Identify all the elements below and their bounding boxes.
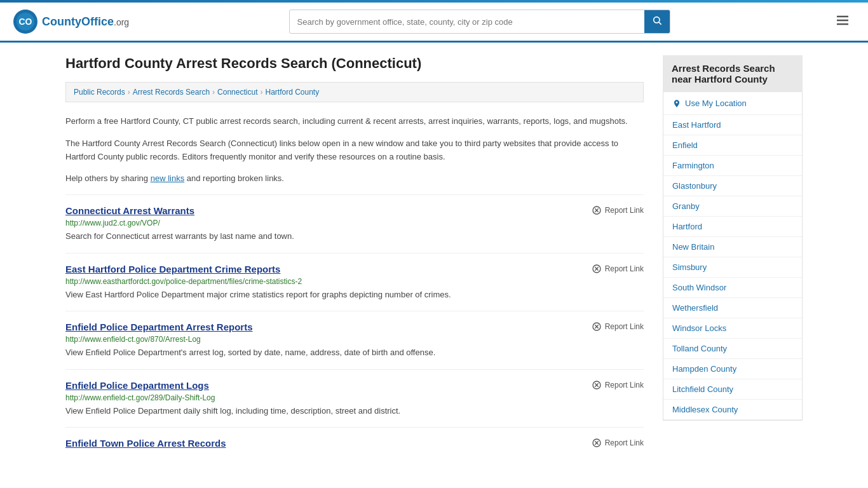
svg-line-4 <box>659 22 661 25</box>
sidebar-item-hampden-county[interactable]: Hampden County <box>663 359 802 379</box>
logo-text: CountyOffice.org <box>42 15 129 29</box>
search-icon <box>652 15 662 25</box>
result-url-3: http://www.enfield-ct.gov/870/Arrest-Log <box>65 335 644 344</box>
sidebar-item-new-britain[interactable]: New Britain <box>663 237 802 257</box>
result-desc-1: Search for Connecticut arrest warrants b… <box>65 230 644 243</box>
result-item-4: Enfield Police Department Logs Report Li… <box>65 369 644 428</box>
description-para3: Help others by sharing new links and rep… <box>65 172 644 186</box>
breadcrumb: Public Records › Arrest Records Search ›… <box>65 82 644 102</box>
result-header-4: Enfield Police Department Logs Report Li… <box>65 380 644 391</box>
result-header-2: East Hartford Police Department Crime Re… <box>65 264 644 274</box>
sidebar-item-hartford[interactable]: Hartford <box>663 217 802 237</box>
result-title-2[interactable]: East Hartford Police Department Crime Re… <box>65 264 280 274</box>
breadcrumb-connecticut[interactable]: Connecticut <box>217 88 257 97</box>
result-item-1: Connecticut Arrest Warrants Report Link … <box>65 194 644 253</box>
result-title-1[interactable]: Connecticut Arrest Warrants <box>65 205 194 216</box>
content-area: Hartford County Arrest Records Search (C… <box>65 55 644 461</box>
sidebar-item-farmington[interactable]: Farmington <box>663 156 802 176</box>
sidebar-item-granby[interactable]: Granby <box>663 196 802 217</box>
search-input-wrapper <box>289 10 670 34</box>
report-link-2[interactable]: Report Link <box>592 264 644 274</box>
result-desc-3: View Enfield Police Department's arrest … <box>65 346 644 359</box>
sidebar-item-glastonbury[interactable]: Glastonbury <box>663 176 802 196</box>
sidebar-content: Use My Location East Hartford Enfield Fa… <box>663 92 803 421</box>
results-list: Connecticut Arrest Warrants Report Link … <box>65 194 644 461</box>
svg-text:CO: CO <box>19 17 32 27</box>
report-link-4[interactable]: Report Link <box>592 380 644 390</box>
header: CO CountyOffice.org <box>0 3 868 43</box>
svg-point-3 <box>653 17 659 23</box>
result-url-2: http://www.easthartfordct.gov/police-dep… <box>65 277 644 286</box>
result-header-5: Enfield Town Police Arrest Records Repor… <box>65 438 644 449</box>
sidebar-item-middlesex-county[interactable]: Middlesex County <box>663 400 802 420</box>
sidebar-item-east-hartford[interactable]: East Hartford <box>663 115 802 135</box>
breadcrumb-sep-3: › <box>260 88 262 97</box>
report-link-1[interactable]: Report Link <box>592 205 644 215</box>
sidebar-item-wethersfield[interactable]: Wethersfield <box>663 298 802 318</box>
sidebar-item-enfield[interactable]: Enfield <box>663 135 802 156</box>
sidebar-item-south-windsor[interactable]: South Windsor <box>663 278 802 298</box>
result-header-1: Connecticut Arrest Warrants Report Link <box>65 205 644 216</box>
search-input[interactable] <box>290 12 644 32</box>
main-container: Hartford County Arrest Records Search (C… <box>53 43 815 474</box>
report-icon-3 <box>592 322 602 332</box>
result-desc-2: View East Hartford Police Department maj… <box>65 288 644 301</box>
sidebar-header: Arrest Records Search near Hartford Coun… <box>663 55 803 92</box>
sidebar-item-windsor-locks[interactable]: Windsor Locks <box>663 318 802 339</box>
report-link-3[interactable]: Report Link <box>592 322 644 332</box>
logo-area[interactable]: CO CountyOffice.org <box>13 9 129 34</box>
hamburger-icon <box>835 13 850 28</box>
new-links-link[interactable]: new links <box>151 173 184 183</box>
report-icon-1 <box>592 205 602 215</box>
page-title: Hartford County Arrest Records Search (C… <box>65 55 644 72</box>
use-location-link[interactable]: Use My Location <box>685 98 747 108</box>
search-area <box>289 10 670 34</box>
breadcrumb-sep-1: › <box>128 88 130 97</box>
result-item-5: Enfield Town Police Arrest Records Repor… <box>65 427 644 461</box>
location-pin-icon <box>672 99 681 108</box>
description-para1: Perform a free Hartford County, CT publi… <box>65 115 644 128</box>
sidebar-item-simsbury[interactable]: Simsbury <box>663 257 802 278</box>
sidebar-item-tolland-county[interactable]: Tolland County <box>663 339 802 359</box>
description-para2: The Hartford County Arrest Records Searc… <box>65 137 644 164</box>
result-desc-4: View Enfield Police Department daily shi… <box>65 405 644 417</box>
result-item-2: East Hartford Police Department Crime Re… <box>65 253 644 311</box>
result-title-3[interactable]: Enfield Police Department Arrest Reports <box>65 322 253 332</box>
result-title-5[interactable]: Enfield Town Police Arrest Records <box>65 438 226 449</box>
breadcrumb-arrest-records-search[interactable]: Arrest Records Search <box>133 88 210 97</box>
result-url-1: http://www.jud2.ct.gov/VOP/ <box>65 219 644 227</box>
report-icon-4 <box>592 380 602 390</box>
report-icon-5 <box>592 438 602 448</box>
para3-suffix: and reporting broken links. <box>184 173 284 183</box>
breadcrumb-public-records[interactable]: Public Records <box>74 88 125 97</box>
report-link-5[interactable]: Report Link <box>592 438 644 448</box>
logo-icon: CO <box>13 9 38 34</box>
breadcrumb-sep-2: › <box>212 88 215 97</box>
result-url-4: http://www.enfield-ct.gov/289/Daily-Shif… <box>65 393 644 402</box>
result-title-4[interactable]: Enfield Police Department Logs <box>65 380 209 391</box>
report-icon-2 <box>592 264 602 274</box>
breadcrumb-hartford-county[interactable]: Hartford County <box>265 88 319 97</box>
sidebar-item-litchfield-county[interactable]: Litchfield County <box>663 379 802 400</box>
sidebar: Arrest Records Search near Hartford Coun… <box>663 55 803 461</box>
result-item-3: Enfield Police Department Arrest Reports… <box>65 311 644 369</box>
para3-prefix: Help others by sharing <box>65 173 151 183</box>
result-header-3: Enfield Police Department Arrest Reports… <box>65 322 644 332</box>
search-button[interactable] <box>644 10 670 33</box>
sidebar-use-location[interactable]: Use My Location <box>663 92 802 115</box>
menu-button[interactable] <box>830 10 855 34</box>
